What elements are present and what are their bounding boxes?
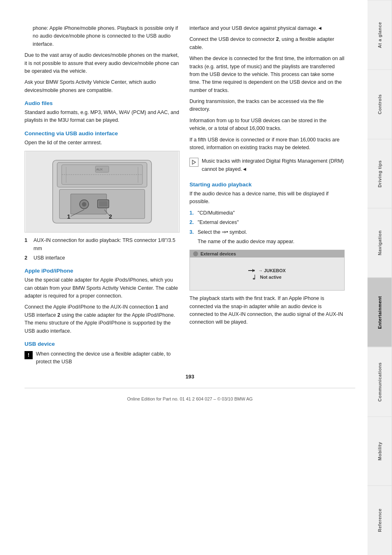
right-sidebar: At a glance Controls Driving tips Naviga… xyxy=(368,0,392,555)
numbered-item-1: 1. "CD/Multimedia" xyxy=(189,209,345,217)
sidebar-tab-controls[interactable]: Controls xyxy=(368,69,392,139)
svg-text:2: 2 xyxy=(109,213,112,220)
screen-jukebox-row: → JUKEBOX xyxy=(248,268,285,273)
label-text-1: AUX-IN connection for audio playback: TR… xyxy=(33,237,180,253)
page-number: 193 xyxy=(24,374,355,380)
label-num-1: 1 xyxy=(24,237,30,253)
note-text: Music tracks with integrated Digital Rig… xyxy=(202,157,345,173)
svg-text:1: 1 xyxy=(67,213,70,220)
right-body-2: Connect the USB device to connector 2, u… xyxy=(189,36,345,51)
external-devices-screen: External devices → JUKEBOX xyxy=(189,250,345,291)
svg-rect-10 xyxy=(99,201,107,206)
label-item-2: 2 USB interface xyxy=(24,254,180,262)
screen-note-row: Not active xyxy=(253,275,282,280)
label-item-1: 1 AUX-IN connection for audio playback: … xyxy=(24,237,180,253)
sidebar-tab-navigation[interactable]: Navigation xyxy=(368,208,392,278)
item-num-3: 3. xyxy=(189,228,195,236)
svg-point-24 xyxy=(253,278,255,280)
right-body-6: If a fifth USB device is connected or if… xyxy=(189,136,345,152)
apple-body-2: Connect the Apple iPod/iPhone to the AUX… xyxy=(24,303,180,335)
right-body-5: Information from up to four USB devices … xyxy=(189,117,345,133)
body-para-1: Due to the vast array of audio devices/m… xyxy=(24,51,180,75)
item-text-3b: The name of the audio device may appear. xyxy=(198,238,345,246)
usb-heading: Connecting via USB audio interface xyxy=(24,130,180,137)
numbered-item-3: 3. Select the ⇒• symbol. xyxy=(189,228,345,236)
left-column: phone: Apple iPhone/mobile phones. Playb… xyxy=(24,25,180,369)
audio-files-heading: Audio files xyxy=(24,100,180,106)
note-triangle-icon xyxy=(189,158,198,167)
apple-heading: Apple iPod/iPhone xyxy=(24,268,180,274)
warning-icon: ! xyxy=(24,351,33,359)
screen-icon xyxy=(193,251,198,256)
item-text-2: "External devices" xyxy=(198,219,239,226)
body-para-2: Ask your BMW Sports Activity Vehicle Cen… xyxy=(24,78,180,94)
music-note-icon xyxy=(253,275,257,280)
item-text-1: "CD/Multimedia" xyxy=(198,209,235,217)
usb-open-text: Open the lid of the center armrest. xyxy=(24,139,180,147)
warning-text: When connecting the device use a flexibl… xyxy=(36,350,180,366)
right-column: interface and your USB device against ph… xyxy=(189,25,345,369)
sidebar-tab-at-a-glance[interactable]: At a glance xyxy=(368,0,392,69)
svg-marker-19 xyxy=(192,160,196,164)
apple-body-1: Use the special cable adapter for Apple … xyxy=(24,276,180,300)
screen-title: External devices xyxy=(200,251,236,256)
svg-point-8 xyxy=(82,202,87,206)
item-num-2: 2. xyxy=(189,219,195,226)
main-content: phone: Apple iPhone/mobile phones. Playb… xyxy=(0,0,368,555)
right-body-4: During transmission, the tracks can be a… xyxy=(189,98,345,114)
label-num-2: 2 xyxy=(24,254,30,262)
warning-box: ! When connecting the device use a flexi… xyxy=(24,350,180,366)
numbered-item-2: 2. "External devices" xyxy=(189,219,345,226)
screen-not-active-label: Not active xyxy=(260,275,282,280)
screen-content: → JUKEBOX Not active xyxy=(190,257,344,290)
playback-body: The playback starts with the first track… xyxy=(189,295,345,327)
screen-title-bar: External devices xyxy=(190,250,344,257)
item-num-1: 1. xyxy=(189,209,195,217)
center-console-diagram: 1 2 AUX xyxy=(24,151,180,233)
svg-point-22 xyxy=(253,270,255,271)
play-icon xyxy=(191,159,197,165)
right-body-1: interface and your USB device against ph… xyxy=(189,25,345,32)
console-svg: 1 2 AUX xyxy=(25,151,179,232)
item-text-3: Select the ⇒• symbol. xyxy=(198,228,247,236)
sidebar-tab-entertainment[interactable]: Entertainment xyxy=(368,278,392,347)
sidebar-tab-driving-tips[interactable]: Driving tips xyxy=(368,139,392,208)
right-body-3: When the device is connected for the fir… xyxy=(189,55,345,94)
sidebar-tab-reference[interactable]: Reference xyxy=(368,486,392,555)
sidebar-tab-mobility[interactable]: Mobility xyxy=(368,416,392,486)
jukebox-arrow-icon xyxy=(248,268,255,273)
usb-device-heading: USB device xyxy=(24,341,180,347)
screen-jukebox-label: → JUKEBOX xyxy=(258,268,285,273)
sidebar-tab-communications[interactable]: Communications xyxy=(368,347,392,416)
starting-body: If the audio device has a device name, t… xyxy=(189,190,345,206)
starting-heading: Starting audio playback xyxy=(189,181,345,188)
label-text-2: USB interface xyxy=(33,254,65,262)
audio-files-body: Standard audio formats, e.g. MP3, WMA, W… xyxy=(24,109,180,125)
indented-para: phone: Apple iPhone/mobile phones. Playb… xyxy=(33,25,180,48)
note-box: Music tracks with integrated Digital Rig… xyxy=(189,155,345,176)
svg-text:AUX: AUX xyxy=(96,168,103,171)
page-footer: Online Edition for Part no. 01 41 2 604 … xyxy=(24,388,355,405)
